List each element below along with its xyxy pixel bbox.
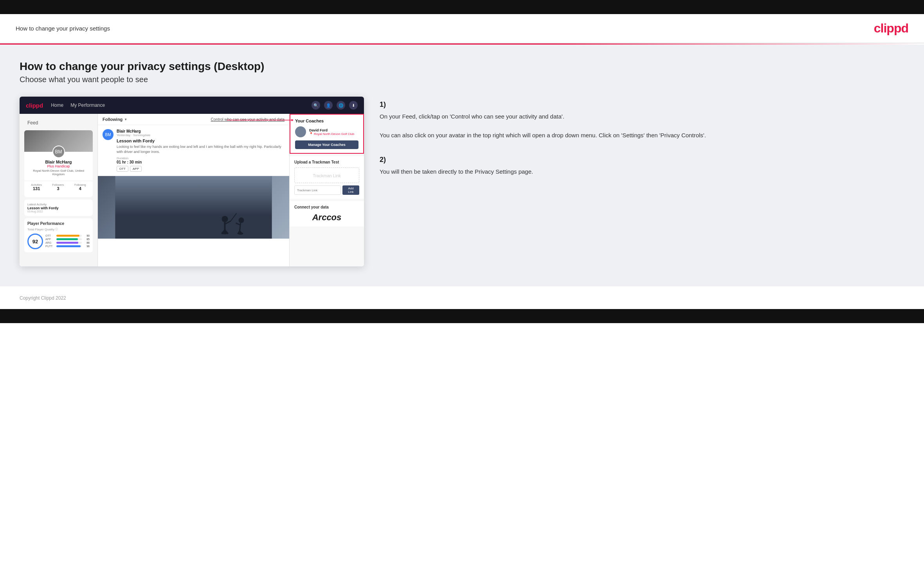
feed-header: Following ▼ Control who can see your act… — [98, 114, 289, 125]
trackman-section: Upload a Trackman Test Trackman Link Add… — [290, 156, 364, 199]
stat-following-label: Following — [74, 183, 86, 186]
app-nav: clippd Home My Performance 🔍 👤 🌐 ⬇ — [20, 97, 364, 114]
trackman-title: Upload a Trackman Test — [294, 160, 359, 164]
instruction-2-text: You will then be taken directly to the P… — [380, 167, 904, 176]
connect-title: Connect your data — [294, 205, 359, 209]
stat-followers-label: Followers — [52, 183, 64, 186]
avatar-icon[interactable]: ⬇ — [349, 101, 358, 110]
main-content: How to change your privacy settings (Des… — [0, 45, 924, 286]
nav-link-home[interactable]: Home — [51, 102, 63, 108]
post-author: Blair McHarg — [117, 129, 285, 133]
instruction-1: 1) On your Feed, click/tap on 'Control w… — [380, 101, 904, 140]
performance-card: Player Performance Total Player Quality … — [24, 218, 93, 252]
post-image — [98, 176, 289, 239]
trackman-link-box: Trackman Link — [294, 167, 359, 183]
quality-score: 92 — [27, 234, 43, 249]
profile-avatar: BM — [52, 146, 65, 158]
bar-value: 86 — [83, 241, 90, 244]
svg-point-11 — [239, 217, 244, 223]
instruction-1-text: On your Feed, click/tap on 'Control who … — [380, 112, 904, 140]
app-right-panel: Your Coaches David Ford 📍 Royal North De… — [290, 114, 364, 266]
control-privacy-link[interactable]: Control who can see your activity and da… — [211, 117, 285, 122]
quality-bars: OTT 90 APP 85 ARG 86 PUTT — [45, 234, 90, 248]
arccos-logo: Arccos — [294, 212, 359, 223]
feed-post: BM Blair McHarg Yesterday · Sunningdale … — [98, 125, 289, 176]
clippd-logo: clippd — [874, 21, 908, 36]
quality-bar-row: OTT 90 — [45, 234, 90, 237]
coach-item: David Ford 📍 Royal North Devon Golf Club — [295, 126, 358, 137]
search-icon[interactable]: 🔍 — [312, 101, 320, 110]
duration-label: Duration — [117, 156, 285, 160]
profile-handicap: Plus Handicap — [27, 164, 90, 168]
instruction-2-number: 2) — [380, 156, 904, 164]
location-icon: 📍 — [309, 132, 313, 136]
quality-bar-row: PUTT 96 — [45, 245, 90, 248]
bar-label: OTT — [45, 234, 55, 237]
globe-icon[interactable]: 🌐 — [337, 101, 345, 110]
bar-track — [56, 242, 82, 244]
profile-card: BM Blair McHarg Plus Handicap Royal Nort… — [24, 130, 93, 197]
post-description: Looking to feel like my hands are exitin… — [117, 144, 285, 154]
performance-subtitle: Total Player Quality ⓘ — [27, 227, 90, 231]
app-screenshot: clippd Home My Performance 🔍 👤 🌐 ⬇ Feed — [20, 97, 364, 266]
trackman-input[interactable] — [294, 185, 341, 195]
post-title: Lesson with Fordy — [117, 138, 285, 143]
latest-activity-date: 03 Aug 2022 — [27, 210, 90, 213]
page-subtitle: Choose what you want people to see — [20, 75, 904, 84]
post-tags: OTT APP — [117, 166, 285, 172]
stat-followers-value: 3 — [52, 186, 64, 191]
latest-activity-value: Lesson with Fordy — [27, 206, 90, 210]
latest-activity-label: Latest Activity — [27, 203, 90, 206]
duration-value: 01 hr : 30 min — [117, 160, 285, 164]
coach-name: David Ford — [309, 128, 354, 132]
profile-banner: BM — [24, 130, 93, 152]
coach-info: David Ford 📍 Royal North Devon Golf Club — [309, 128, 354, 136]
profile-stats: Activities 131 Followers 3 Following 4 — [24, 181, 93, 193]
svg-rect-2 — [115, 215, 272, 239]
site-header: How to change your privacy settings clip… — [0, 14, 924, 43]
stat-followers: Followers 3 — [52, 183, 64, 191]
feed-tab[interactable]: Feed — [24, 119, 93, 127]
svg-rect-1 — [115, 176, 272, 215]
coaches-title: Your Coaches — [295, 119, 358, 123]
instructions-panel: 1) On your Feed, click/tap on 'Control w… — [380, 97, 904, 196]
app-sidebar: Feed BM Blair McHarg Plus Handicap Royal… — [20, 114, 98, 266]
trackman-input-row: Add Link — [294, 185, 359, 195]
bar-track — [56, 238, 82, 240]
quality-row: 92 OTT 90 APP 85 ARG — [27, 234, 90, 249]
profile-name: Blair McHarg — [27, 160, 90, 164]
add-link-button[interactable]: Add Link — [342, 185, 359, 195]
person-icon[interactable]: 👤 — [324, 101, 333, 110]
trackman-link-text: Trackman Link — [313, 173, 341, 178]
bar-label: PUTT — [45, 245, 55, 248]
following-label: Following — [103, 117, 122, 122]
stat-activities-value: 131 — [31, 186, 42, 191]
app-body: Feed BM Blair McHarg Plus Handicap Royal… — [20, 114, 364, 266]
profile-club: Royal North Devon Golf Club, United King… — [27, 169, 90, 176]
nav-link-performance[interactable]: My Performance — [70, 102, 105, 108]
coaches-section: Your Coaches David Ford 📍 Royal North De… — [290, 114, 364, 154]
following-button[interactable]: Following ▼ — [103, 117, 127, 122]
app-logo: clippd — [26, 102, 43, 109]
tag-app: APP — [130, 166, 142, 172]
bar-label: ARG — [45, 241, 55, 244]
demo-layout: clippd Home My Performance 🔍 👤 🌐 ⬇ Feed — [20, 97, 904, 266]
bar-value: 90 — [83, 234, 90, 237]
info-icon: ⓘ — [55, 227, 58, 231]
page-breadcrumb: How to change your privacy settings — [16, 25, 110, 32]
stat-following: Following 4 — [74, 183, 86, 191]
page-title: How to change your privacy settings (Des… — [20, 60, 904, 73]
app-nav-icons: 🔍 👤 🌐 ⬇ — [312, 101, 358, 110]
connect-section: Connect your data Arccos — [290, 201, 364, 226]
manage-coaches-button[interactable]: Manage Your Coaches — [295, 140, 358, 149]
tag-ott: OTT — [117, 166, 128, 172]
quality-bar-row: APP 85 — [45, 238, 90, 241]
bar-fill — [56, 242, 78, 244]
latest-activity-card: Latest Activity Lesson with Fordy 03 Aug… — [24, 200, 93, 216]
bar-track — [56, 235, 82, 237]
coach-avatar — [295, 126, 306, 137]
coach-club: 📍 Royal North Devon Golf Club — [309, 132, 354, 136]
instruction-1-number: 1) — [380, 101, 904, 109]
chevron-down-icon: ▼ — [124, 118, 127, 121]
bar-track — [56, 245, 82, 247]
